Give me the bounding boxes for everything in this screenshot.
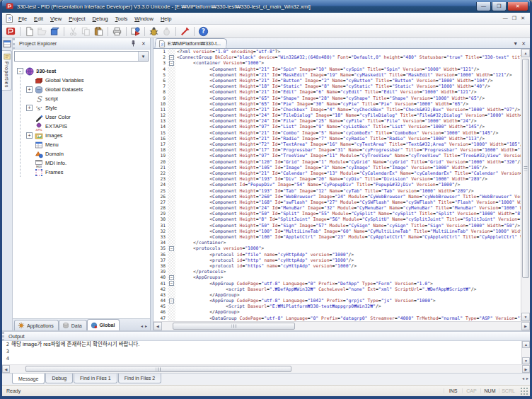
menu-help[interactable]: Help (157, 14, 175, 23)
tree-item-global-variables[interactable]: Global Variables (26, 76, 150, 85)
tree-item-script[interactable]: Sscript (26, 94, 150, 103)
line-number: 9 (154, 96, 166, 101)
editor-vertical-scrollbar[interactable]: ▲ ▼ (521, 49, 530, 321)
tab-scroll-left-icon[interactable]: ◂ (141, 323, 143, 328)
output-tab-debug[interactable]: Debug (45, 374, 73, 383)
menu-edit[interactable]: Edit (30, 14, 47, 23)
tree-item-menu[interactable]: Menu (26, 140, 150, 149)
line-number: 10 (154, 101, 166, 107)
menu-file[interactable]: File (15, 14, 30, 23)
tree-item-extapis[interactable]: APIsEXTAPIS (26, 122, 150, 131)
output-panel: Output 234 해당 image가 res파일에 존재하는지 확인하시기 … (2, 330, 530, 385)
tree-item-style[interactable]: +‘s’Style (26, 103, 150, 112)
fold-collapse-box[interactable]: − (168, 60, 175, 66)
copy-icon (80, 25, 92, 37)
explorer-tab-applications[interactable]: Applications (14, 320, 59, 330)
tree-item-global-datasets[interactable]: +Global Datasets (26, 85, 150, 94)
resize-grip[interactable] (519, 387, 528, 395)
pid-app-icon[interactable] (5, 25, 17, 37)
output-message-line (11, 355, 521, 362)
fold-margin-cell (168, 223, 175, 229)
output-tab-find-in-files-2[interactable]: Find in Files 2 (118, 374, 162, 383)
mdi-restore-icon[interactable]: ❐ (512, 16, 516, 21)
mdi-minimize-icon[interactable]: — (503, 16, 508, 21)
minimize-button[interactable]: — (476, 2, 491, 11)
scroll-left-icon[interactable]: ◀ (2, 365, 10, 373)
scroll-right-icon[interactable]: ▶ (522, 365, 530, 373)
close-document-icon[interactable]: ✕ (521, 41, 526, 47)
new-document-icon[interactable] (23, 25, 35, 37)
menu-view[interactable]: View (47, 14, 65, 23)
tree-item-images[interactable]: +Images (26, 131, 150, 140)
output-tab-message[interactable]: Message (12, 374, 45, 384)
xml-code-area[interactable]: <?xml version="1.0" encoding="utf-8"?><C… (175, 49, 521, 321)
open-file-icon (36, 25, 48, 37)
output-messages[interactable]: 해당 image가 res파일에 존재하는지 확인하시기 바랍니다. (11, 341, 521, 364)
tab-scroll-right-icon[interactable]: ▸ (145, 323, 147, 328)
pin-icon[interactable] (129, 40, 137, 48)
chevron-down-icon[interactable]: ▼ (138, 52, 148, 61)
tree-expander-icon[interactable]: - (17, 68, 23, 74)
explorer-tab-data[interactable]: Data (59, 320, 87, 330)
menu-icon (35, 141, 43, 149)
scroll-right-icon[interactable]: ▶ (521, 322, 530, 330)
tree-item-domain[interactable]: Domain (26, 149, 150, 158)
line-number: 33 (154, 234, 166, 240)
tree-expander-icon[interactable]: + (26, 86, 33, 93)
tree-expander-icon[interactable]: + (26, 105, 33, 111)
package-icon[interactable] (49, 25, 61, 37)
toolbar-separator (175, 27, 176, 36)
scroll-up-icon[interactable]: ▲ (522, 341, 530, 348)
tab-properties[interactable]: Properties (2, 50, 12, 91)
explorer-filter-combobox[interactable]: ▼ (14, 51, 149, 62)
debug-run-icon[interactable] (148, 25, 160, 37)
editor-panel: S E:₩MiPlatform₩330-t... ▼ ✕ 12345678910… (153, 38, 530, 330)
output-tab-find-in-files-1[interactable]: Find in Files 1 (74, 374, 117, 383)
editor-tab[interactable]: S E:₩MiPlatform₩330-t... (154, 38, 228, 48)
scroll-left-icon[interactable]: ◀ (154, 322, 162, 330)
maximize-button[interactable]: ❐ (492, 2, 507, 11)
tree-item-frames[interactable]: Frames (26, 168, 150, 177)
tree-expander-spacer (26, 151, 33, 157)
vertical-scroll-thumb[interactable] (522, 59, 529, 278)
output-vertical-scrollbar[interactable]: ▲ ▼ (521, 341, 530, 364)
horizontal-scroll-thumb[interactable] (25, 366, 291, 372)
line-number: 37 (154, 258, 166, 263)
tree-item-user-color[interactable]: User Color (26, 112, 150, 122)
menu-debug[interactable]: Debug (89, 14, 112, 23)
close-button[interactable]: ✕ (507, 2, 528, 11)
editor-horizontal-scrollbar[interactable]: ◀ ▶ (154, 321, 530, 330)
tab-scroll-right-icon[interactable]: ▸ (526, 376, 528, 381)
fold-collapse-box[interactable]: − (168, 281, 175, 287)
fold-margin-cell (168, 141, 175, 147)
line-number: 34 (154, 240, 166, 245)
launch-icon[interactable] (179, 25, 191, 37)
tree-item-label: Domain (45, 151, 64, 157)
explorer-tab-global[interactable]: Global (87, 319, 120, 330)
fold-collapse-box[interactable]: − (168, 274, 175, 280)
menu-project[interactable]: Project (65, 14, 88, 23)
fold-collapse-box[interactable]: − (168, 245, 175, 251)
help-icon[interactable]: ? (197, 25, 209, 37)
print-icon[interactable] (111, 25, 123, 37)
close-panel-icon[interactable]: ✕ (139, 40, 148, 48)
mdi-close-icon[interactable]: ✕ (521, 16, 525, 21)
scroll-up-icon[interactable]: ▲ (521, 49, 530, 57)
menu-tools[interactable]: Tools (112, 14, 132, 23)
scroll-down-icon[interactable]: ▼ (522, 357, 530, 364)
tab-scroll-left-icon[interactable]: ◂ (522, 376, 524, 381)
tree-item-330-test[interactable]: -330-test (17, 66, 150, 76)
tree-expander-icon[interactable]: + (26, 132, 33, 139)
fold-collapse-box[interactable]: − (168, 54, 175, 60)
fold-margin-cell (168, 136, 175, 141)
menu-window[interactable]: Window (131, 14, 157, 23)
output-horizontal-scrollbar[interactable]: ◀ ▶ (2, 364, 530, 373)
tab-list-chevron-icon[interactable]: ▼ (513, 41, 518, 47)
scroll-down-icon[interactable]: ▼ (521, 313, 530, 321)
paste-icon[interactable] (93, 25, 105, 37)
build-icon[interactable] (129, 25, 141, 37)
tree-item-mdi-info-[interactable]: MDIMDI info. (26, 158, 150, 168)
horizontal-scroll-thumb[interactable] (173, 323, 295, 330)
code-line: <?xml version="1.0" encoding="utf-8"?> (177, 49, 521, 54)
fold-collapse-box[interactable]: − (168, 298, 175, 303)
